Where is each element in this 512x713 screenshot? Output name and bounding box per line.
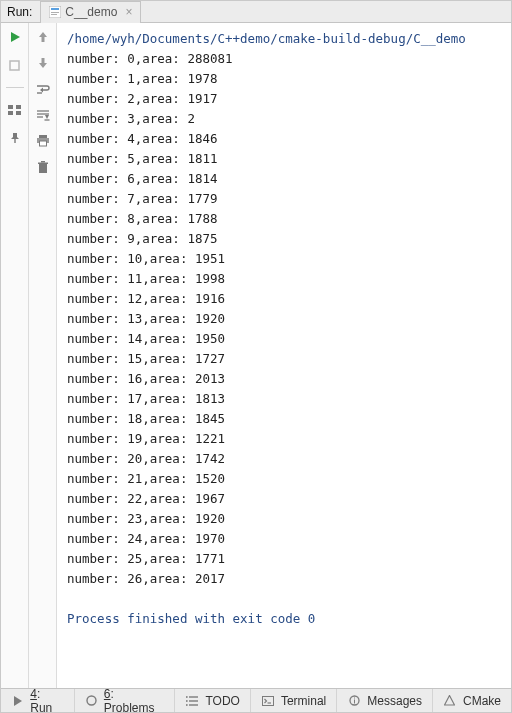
pin-icon[interactable] bbox=[7, 130, 23, 146]
console-line: number: 16,area: 2013 bbox=[67, 371, 225, 386]
run-tool-header: Run: C__demo × bbox=[1, 1, 511, 23]
svg-rect-18 bbox=[39, 135, 47, 138]
run-label: Run: bbox=[7, 5, 32, 19]
console-line: number: 4,area: 1846 bbox=[67, 131, 218, 146]
toolwindow-tab-cmake[interactable]: CMake bbox=[433, 689, 511, 712]
console-line: number: 11,area: 1998 bbox=[67, 271, 225, 286]
console-line: number: 8,area: 1788 bbox=[67, 211, 218, 226]
svg-rect-5 bbox=[10, 61, 19, 70]
svg-rect-22 bbox=[38, 162, 48, 164]
trash-icon[interactable] bbox=[35, 159, 51, 175]
soft-wrap-icon[interactable] bbox=[35, 81, 51, 97]
svg-marker-24 bbox=[14, 696, 22, 706]
toolwindow-tab-label: 6: Problems bbox=[104, 687, 165, 714]
console-line: number: 18,area: 1845 bbox=[67, 411, 225, 426]
svg-rect-2 bbox=[51, 12, 59, 13]
toolwindow-tab-messages[interactable]: Messages bbox=[337, 689, 433, 712]
svg-rect-36 bbox=[354, 698, 355, 699]
toolwindow-tab-run[interactable]: 4: Run bbox=[1, 689, 75, 712]
console-line: number: 1,area: 1978 bbox=[67, 71, 218, 86]
svg-point-30 bbox=[186, 700, 188, 702]
svg-rect-3 bbox=[51, 14, 57, 15]
console-line: number: 10,area: 1951 bbox=[67, 251, 225, 266]
console-line: number: 9,area: 1875 bbox=[67, 231, 218, 246]
up-arrow-icon[interactable] bbox=[35, 29, 51, 45]
svg-marker-4 bbox=[11, 32, 20, 42]
separator bbox=[6, 87, 24, 88]
console-line: number: 24,area: 1970 bbox=[67, 531, 225, 546]
console-actions-gutter bbox=[29, 23, 57, 688]
toolwindow-tab-label: Messages bbox=[367, 694, 422, 708]
svg-rect-1 bbox=[51, 8, 59, 10]
info-icon bbox=[347, 694, 361, 708]
console-line: number: 26,area: 2017 bbox=[67, 571, 225, 586]
svg-rect-9 bbox=[16, 111, 21, 115]
scroll-to-end-icon[interactable] bbox=[35, 107, 51, 123]
console-line: number: 13,area: 1920 bbox=[67, 311, 225, 326]
run-tool-body: /home/wyh/Documents/C++demo/cmake-build-… bbox=[1, 23, 511, 688]
toolwindow-tab-terminal[interactable]: Terminal bbox=[251, 689, 337, 712]
svg-rect-23 bbox=[41, 161, 45, 163]
console-line: number: 22,area: 1967 bbox=[67, 491, 225, 506]
close-icon[interactable]: × bbox=[125, 5, 132, 19]
stop-icon[interactable] bbox=[7, 57, 23, 73]
console-line: number: 12,area: 1916 bbox=[67, 291, 225, 306]
console-line: number: 20,area: 1742 bbox=[67, 451, 225, 466]
list-icon bbox=[185, 694, 199, 708]
svg-rect-35 bbox=[354, 700, 355, 704]
console-line: number: 5,area: 1811 bbox=[67, 151, 218, 166]
run-config-tab[interactable]: C__demo × bbox=[40, 1, 141, 23]
svg-point-29 bbox=[186, 696, 188, 698]
console-command-line: /home/wyh/Documents/C++demo/cmake-build-… bbox=[67, 31, 466, 46]
terminal-icon bbox=[261, 694, 275, 708]
svg-marker-37 bbox=[445, 696, 455, 706]
toolwindow-tab-label: Terminal bbox=[281, 694, 326, 708]
console-line: number: 21,area: 1520 bbox=[67, 471, 225, 486]
layout-icon[interactable] bbox=[7, 102, 23, 118]
console-line: number: 25,area: 1771 bbox=[67, 551, 225, 566]
console-line: number: 14,area: 1950 bbox=[67, 331, 225, 346]
console-line: number: 23,area: 1920 bbox=[67, 511, 225, 526]
tool-window-bar: 4: Run 6: Problems TODO bbox=[1, 688, 511, 712]
svg-rect-8 bbox=[8, 111, 13, 115]
rerun-icon[interactable] bbox=[7, 29, 23, 45]
console-line: number: 15,area: 1727 bbox=[67, 351, 225, 366]
console-line: number: 3,area: 2 bbox=[67, 111, 195, 126]
console-exit-line: Process finished with exit code 0 bbox=[67, 609, 503, 629]
console-line: number: 2,area: 1917 bbox=[67, 91, 218, 106]
run-controls-gutter bbox=[1, 23, 29, 688]
svg-rect-10 bbox=[14, 139, 15, 143]
toolwindow-tab-label: TODO bbox=[205, 694, 239, 708]
print-icon[interactable] bbox=[35, 133, 51, 149]
console-line: number: 17,area: 1813 bbox=[67, 391, 225, 406]
console-line: number: 0,area: 288081 bbox=[67, 51, 233, 66]
cmake-icon bbox=[443, 694, 457, 708]
run-config-tab-label: C__demo bbox=[65, 5, 117, 19]
svg-point-31 bbox=[186, 704, 188, 706]
play-icon bbox=[11, 694, 24, 708]
circle-icon bbox=[85, 694, 98, 708]
toolwindow-tab-todo[interactable]: TODO bbox=[175, 689, 250, 712]
svg-rect-21 bbox=[39, 164, 47, 173]
svg-rect-7 bbox=[16, 105, 21, 109]
svg-rect-20 bbox=[39, 141, 46, 146]
svg-rect-32 bbox=[262, 696, 273, 705]
toolwindow-tab-label: CMake bbox=[463, 694, 501, 708]
console-line: number: 19,area: 1221 bbox=[67, 431, 225, 446]
toolwindow-tab-label: 4: Run bbox=[30, 687, 63, 714]
console-line: number: 6,area: 1814 bbox=[67, 171, 218, 186]
down-arrow-icon[interactable] bbox=[35, 55, 51, 71]
toolwindow-tab-problems[interactable]: 6: Problems bbox=[75, 689, 176, 712]
console-line: number: 7,area: 1779 bbox=[67, 191, 218, 206]
svg-point-25 bbox=[87, 696, 96, 705]
app-icon bbox=[49, 6, 61, 18]
svg-marker-16 bbox=[45, 115, 49, 119]
console-output[interactable]: /home/wyh/Documents/C++demo/cmake-build-… bbox=[57, 23, 511, 688]
svg-marker-11 bbox=[40, 88, 43, 93]
svg-rect-6 bbox=[8, 105, 13, 109]
